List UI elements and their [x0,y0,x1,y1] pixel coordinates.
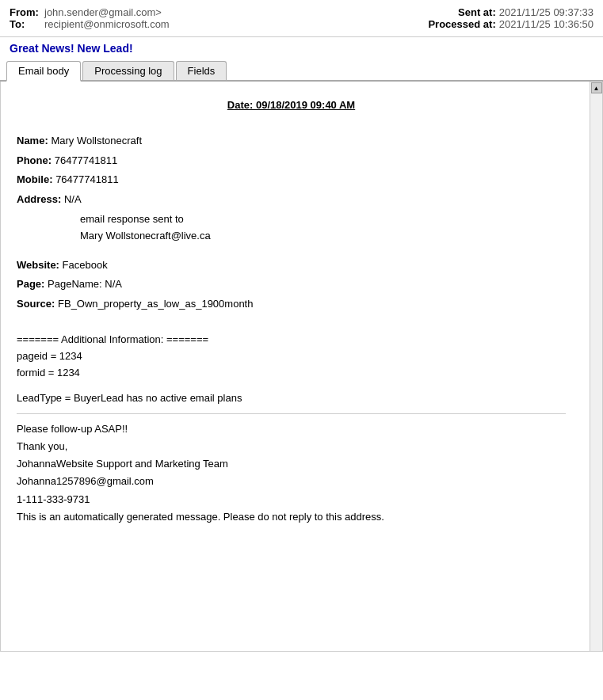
page-value: PageName: N/A [48,278,122,290]
email-response-line2: Mary Wollstonecraft@live.ca [80,228,566,245]
phone-value: 76477741811 [55,154,118,166]
footer-line1: Please follow-up ASAP!! [17,420,566,438]
email-date: Date: 09/18/2019 09:40 AM [17,97,566,114]
sent-value: 2021/11/25 09:37:33 [499,6,593,18]
sent-row: Sent at: 2021/11/25 09:37:33 [302,6,594,18]
email-body-content: Date: 09/18/2019 09:40 AM Name: Mary Wol… [1,82,590,542]
to-value: recipient@onmicrosoft.com [44,18,170,30]
page-row: Page: PageName: N/A [17,276,566,293]
subject-line: Great News! New Lead! [0,37,603,59]
from-value: john.sender@gmail.com> [44,6,162,18]
formid-text: formid = 1234 [17,365,566,382]
tab-processing-log[interactable]: Processing log [82,61,174,80]
name-label: Name: [17,135,48,146]
processed-label: Processed at: [428,18,495,30]
from-label: From: [10,6,41,18]
divider [17,413,566,414]
tab-fields[interactable]: Fields [176,61,227,80]
footer-block: Please follow-up ASAP!! Thank you, Johan… [17,420,566,526]
pageid-text: pageid = 1234 [17,348,566,365]
content-area: ▲ Date: 09/18/2019 09:40 AM Name: Mary W… [0,82,603,652]
processed-row: Processed at: 2021/11/25 10:36:50 [302,18,594,30]
mobile-value: 76477741811 [55,173,119,185]
footer-line5: 1-111-333-9731 [17,491,566,508]
footer-line2: Thank you, [17,438,566,455]
scrollbar[interactable]: ▲ [590,82,602,651]
source-value: FB_Own_property_as_low_as_1900month [58,298,253,310]
name-value: Mary Wollstonecraft [51,135,142,146]
scroll-up-button[interactable]: ▲ [591,82,602,93]
to-label: To: [10,18,41,30]
website-label: Website: [17,259,59,271]
tab-bar: Email body Processing log Fields [0,61,603,82]
tab-email-body[interactable]: Email body [6,61,81,82]
footer-line3: JohannaWebsite Support and Marketing Tea… [17,455,566,473]
address-row: Address: N/A [17,192,566,208]
additional-info-text: ======= Additional Information: ======= [17,332,566,348]
website-value: Facebook [63,259,108,271]
mobile-row: Mobile: 76477741811 [17,172,566,188]
website-row: Website: Facebook [17,257,566,274]
address-value: N/A [64,193,82,205]
source-row: Source: FB_Own_property_as_low_as_1900mo… [17,296,566,313]
additional-info-header: ======= Additional Information: ======= … [17,332,566,381]
name-row: Name: Mary Wollstonecraft [17,133,566,150]
email-header: From: john.sender@gmail.com> To: recipie… [0,0,603,37]
page-label: Page: [17,278,44,290]
address-label: Address: [17,193,61,205]
lead-type-text: LeadType = BuyerLead has no active email… [17,390,566,407]
email-response-block: email response sent to Mary Wollstonecra… [80,211,566,245]
from-row: From: john.sender@gmail.com> [10,6,302,18]
footer-line6: This is an automatically generated messa… [17,508,566,526]
processed-value: 2021/11/25 10:36:50 [499,18,593,30]
phone-label: Phone: [17,154,52,166]
to-row: To: recipient@onmicrosoft.com [10,18,302,30]
mobile-label: Mobile: [17,173,53,185]
website-section: Website: Facebook Page: PageName: N/A So… [17,257,566,313]
source-label: Source: [17,298,55,310]
phone-row: Phone: 76477741811 [17,153,566,169]
footer-line4: Johanna1257896@gmail.com [17,473,566,490]
sent-label: Sent at: [458,6,496,18]
email-response-line1: email response sent to [80,211,566,228]
